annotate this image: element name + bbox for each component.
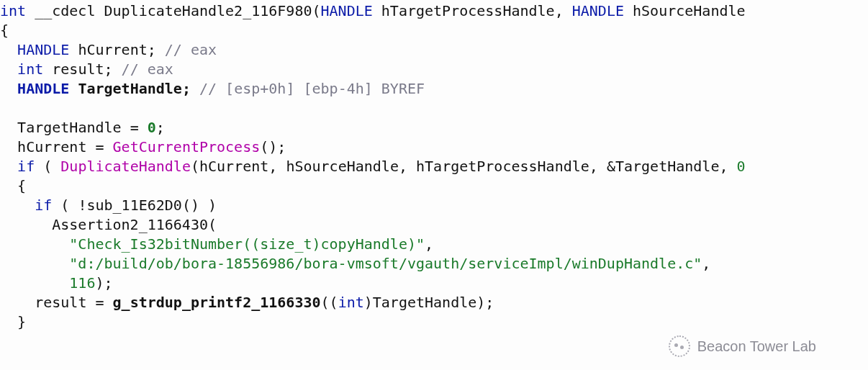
code-token: (hCurrent, hSourceHandle, hTargetProcess…: [191, 158, 607, 175]
code-token: hSourceHandle: [624, 2, 746, 19]
code-token: int: [0, 2, 26, 19]
code-token: if: [17, 158, 35, 175]
code-token: HANDLE: [572, 2, 624, 19]
code-line: TargetHandle = 0;: [0, 119, 165, 136]
code-token: HANDLE: [321, 2, 373, 19]
code-token: // eax: [165, 41, 217, 58]
code-token: ( !: [52, 197, 86, 214]
code-token: &: [607, 158, 615, 175]
code-line: HANDLE hCurrent; // eax: [0, 41, 217, 58]
code-token: (: [312, 2, 320, 19]
code-line: int result; // eax: [0, 60, 173, 78]
code-token: DuplicateHandle2_116F980: [104, 2, 312, 19]
code-line: result = g_strdup_printf2_1166330((int)T…: [0, 294, 494, 311]
watermark-text: Beacon Tower Lab: [697, 337, 816, 356]
code-token: if: [35, 197, 52, 214]
code-token: (: [35, 158, 60, 175]
code-token: {: [17, 177, 26, 194]
code-token: ((: [321, 294, 338, 311]
code-token: TargetHandle;: [69, 80, 199, 97]
code-token: }: [17, 313, 26, 330]
code-token: "d:/build/ob/bora-18556986/bora-vmsoft/v…: [69, 255, 702, 272]
code-token: () ): [182, 197, 217, 214]
code-line: }: [0, 313, 26, 330]
code-token: hCurrent;: [69, 41, 164, 58]
code-token: )TargetHandle);: [364, 294, 494, 311]
code-token: __cdecl: [26, 2, 104, 19]
code-token: (: [208, 216, 217, 233]
code-line: "d:/build/ob/bora-18556986/bora-vmsoft/v…: [0, 255, 710, 272]
code-token: result =: [35, 294, 112, 311]
code-token: 0: [737, 158, 746, 175]
code-token: result;: [43, 60, 121, 78]
code-token: 116: [69, 274, 95, 292]
code-line: HANDLE TargetHandle; // [esp+0h] [ebp-4h…: [0, 80, 425, 97]
code-line: "Check_Is32bitNumber((size_t)copyHandle)…: [0, 235, 433, 253]
code-token: hTargetProcessHandle,: [373, 2, 572, 19]
code-token: int: [17, 60, 43, 78]
code-line: if ( !sub_11E62D0() ): [0, 197, 217, 214]
watermark: Beacon Tower Lab: [669, 335, 816, 357]
code-token: {: [0, 22, 9, 39]
code-line: {: [0, 177, 26, 194]
code-line: {: [0, 22, 9, 39]
code-line: Assertion2_1166430(: [0, 216, 217, 233]
code-token: TargetHandle =: [17, 119, 148, 136]
code-line: int __cdecl DuplicateHandle2_116F980(HAN…: [0, 2, 746, 19]
code-token: // [esp+0h] [ebp-4h] BYREF: [199, 80, 425, 97]
code-token: g_strdup_printf2_1166330: [113, 294, 321, 311]
code-token: DuplicateHandle: [60, 158, 191, 175]
code-line: if ( DuplicateHandle(hCurrent, hSourceHa…: [0, 158, 746, 175]
watermark-icon: [669, 335, 690, 357]
code-token: );: [95, 274, 112, 292]
code-token: ,: [425, 235, 433, 253]
code-token: ,: [702, 255, 710, 272]
code-token: 0: [148, 119, 156, 136]
code-token: "Check_Is32bitNumber((size_t)copyHandle)…: [69, 235, 425, 253]
code-token: GetCurrentProcess: [113, 138, 261, 155]
code-token: ();: [260, 138, 286, 155]
code-token: HANDLE: [17, 80, 69, 97]
code-token: hCurrent =: [17, 138, 112, 155]
code-token: sub_11E62D0: [86, 197, 181, 214]
code-token: int: [338, 294, 364, 311]
code-token: ;: [156, 119, 165, 136]
code-line: hCurrent = GetCurrentProcess();: [0, 138, 286, 155]
code-token: TargetHandle,: [615, 158, 737, 175]
decompiled-code-view: int __cdecl DuplicateHandle2_116F980(HAN…: [0, 0, 868, 332]
code-line: 116);: [0, 274, 113, 292]
code-token: // eax: [122, 60, 173, 78]
code-token: HANDLE: [17, 41, 69, 58]
code-token: Assertion2_1166430: [52, 216, 208, 233]
